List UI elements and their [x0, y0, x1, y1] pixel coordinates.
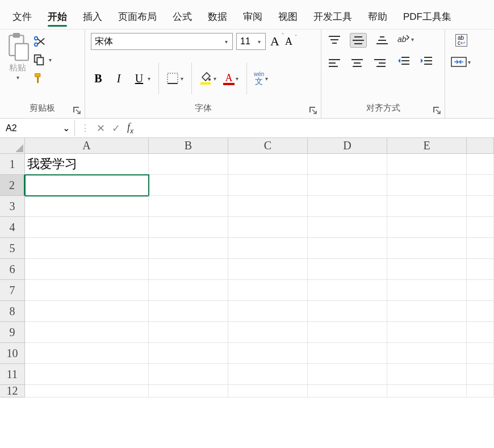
row-header[interactable]: 8: [0, 301, 25, 322]
cell[interactable]: [308, 217, 387, 238]
cell[interactable]: [387, 280, 467, 301]
row-header[interactable]: 9: [0, 322, 25, 343]
wrap-text-button[interactable]: ab c↩: [451, 33, 472, 48]
cell[interactable]: [149, 154, 228, 175]
cell[interactable]: [25, 343, 149, 364]
cell[interactable]: [387, 322, 467, 343]
font-color-button[interactable]: A ▾: [223, 72, 240, 85]
cell[interactable]: [308, 196, 387, 217]
align-right-button[interactable]: [372, 56, 387, 70]
name-box[interactable]: A2 ⌄: [1, 120, 75, 136]
cell[interactable]: [149, 217, 228, 238]
decrease-font-button[interactable]: Aˇ: [284, 36, 294, 48]
cell[interactable]: [467, 196, 494, 217]
align-center-button[interactable]: [350, 56, 365, 70]
tab-insert[interactable]: 插入: [75, 6, 110, 29]
cell[interactable]: [467, 238, 494, 259]
align-top-button[interactable]: [327, 33, 342, 48]
cell[interactable]: [387, 154, 467, 175]
tab-pdf-tools[interactable]: PDF工具集: [395, 6, 459, 29]
select-all-button[interactable]: [0, 138, 25, 154]
cell[interactable]: [228, 322, 308, 343]
cell[interactable]: [149, 259, 228, 280]
cell[interactable]: [308, 175, 387, 196]
cell[interactable]: [387, 301, 467, 322]
italic-button[interactable]: I: [111, 71, 126, 86]
orientation-button[interactable]: ab ▾: [396, 33, 415, 45]
cell[interactable]: [25, 217, 149, 238]
cell[interactable]: [149, 301, 228, 322]
cell[interactable]: [387, 238, 467, 259]
cell[interactable]: [228, 238, 308, 259]
tab-home[interactable]: 开始: [40, 6, 75, 29]
underline-button[interactable]: U ▾: [132, 71, 152, 86]
cell[interactable]: [467, 385, 494, 397]
cell[interactable]: [149, 280, 228, 301]
border-button[interactable]: ▾: [166, 72, 185, 85]
cell[interactable]: [25, 364, 149, 385]
cell[interactable]: [467, 301, 494, 322]
row-header[interactable]: 5: [0, 238, 25, 259]
cell[interactable]: [467, 259, 494, 280]
font-size-select[interactable]: 11 ▾: [236, 33, 266, 50]
cell[interactable]: [387, 175, 467, 196]
cell[interactable]: [25, 259, 149, 280]
cell[interactable]: [149, 322, 228, 343]
cell[interactable]: [308, 343, 387, 364]
row-header[interactable]: 2: [0, 175, 25, 196]
chevron-down-icon[interactable]: ⌄: [62, 123, 70, 133]
column-header[interactable]: D: [308, 138, 387, 154]
cell[interactable]: [387, 364, 467, 385]
cell[interactable]: [308, 259, 387, 280]
font-name-select[interactable]: 宋体 ▾: [91, 33, 233, 50]
format-painter-button[interactable]: [33, 72, 53, 84]
fill-color-button[interactable]: ▾: [199, 72, 217, 85]
cell[interactable]: [228, 217, 308, 238]
column-header[interactable]: A: [25, 138, 149, 154]
cell[interactable]: [308, 322, 387, 343]
cell[interactable]: [308, 280, 387, 301]
cell[interactable]: [149, 175, 228, 196]
cell[interactable]: [25, 196, 149, 217]
insert-function-button[interactable]: fx: [127, 122, 133, 135]
cell[interactable]: [25, 175, 149, 196]
row-header[interactable]: 4: [0, 217, 25, 238]
cell[interactable]: [149, 364, 228, 385]
cell[interactable]: [308, 364, 387, 385]
align-bottom-button[interactable]: [375, 33, 390, 48]
cell[interactable]: [387, 259, 467, 280]
cell[interactable]: [308, 301, 387, 322]
copy-button[interactable]: ▾: [33, 53, 53, 66]
row-header[interactable]: 3: [0, 196, 25, 217]
increase-font-button[interactable]: Aˆ: [269, 34, 281, 49]
formula-input[interactable]: [138, 120, 494, 136]
cell[interactable]: [228, 343, 308, 364]
cell[interactable]: [25, 301, 149, 322]
cell[interactable]: [228, 364, 308, 385]
cell[interactable]: [228, 259, 308, 280]
row-header[interactable]: 1: [0, 154, 25, 175]
clipboard-dialog-launcher[interactable]: [72, 106, 81, 115]
row-header[interactable]: 6: [0, 259, 25, 280]
increase-indent-button[interactable]: [419, 53, 434, 68]
tab-help[interactable]: 帮助: [360, 6, 395, 29]
cell[interactable]: [228, 196, 308, 217]
cell[interactable]: [308, 385, 387, 397]
row-header[interactable]: 12: [0, 385, 25, 397]
tab-data[interactable]: 数据: [200, 6, 235, 29]
cell[interactable]: 我爱学习: [25, 154, 149, 175]
cell[interactable]: [25, 322, 149, 343]
merge-cells-button[interactable]: ▾: [451, 56, 472, 68]
cell[interactable]: [467, 364, 494, 385]
decrease-indent-button[interactable]: [396, 53, 411, 68]
cell[interactable]: [25, 280, 149, 301]
cell[interactable]: [149, 238, 228, 259]
cell[interactable]: [149, 343, 228, 364]
cell[interactable]: [387, 343, 467, 364]
tab-page-layout[interactable]: 页面布局: [110, 6, 165, 29]
alignment-dialog-launcher[interactable]: [432, 106, 441, 115]
paste-dropdown[interactable]: ▾: [15, 74, 20, 81]
cell[interactable]: [228, 175, 308, 196]
tab-formulas[interactable]: 公式: [165, 6, 200, 29]
tab-review[interactable]: 审阅: [235, 6, 270, 29]
